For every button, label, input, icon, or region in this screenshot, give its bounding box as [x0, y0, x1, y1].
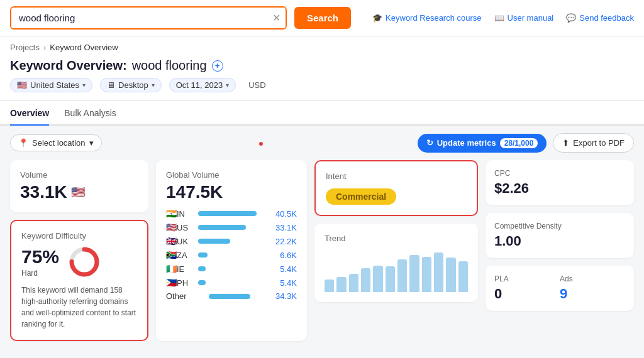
gv-label: Global Volume	[166, 170, 297, 180]
book-icon: 📖	[494, 13, 504, 23]
volume-value: 33.1K 🇺🇸	[20, 182, 138, 202]
pla-ads-grid: PLA 0 Ads 9	[494, 274, 625, 302]
add-keyword-icon[interactable]: +	[212, 60, 223, 72]
trend-label: Trend	[325, 234, 468, 243]
refresh-icon: ↻	[426, 138, 433, 148]
cpc-label: CPC	[494, 169, 625, 178]
val-ph: 5.4K	[274, 278, 297, 288]
currency-label: USD	[243, 79, 270, 92]
chevron-down-icon: ▾	[89, 138, 94, 148]
trend-bar-6	[386, 266, 395, 292]
breadcrumb-current: Keyword Overview	[50, 43, 118, 52]
gv-row-other: Other 34.3K	[166, 291, 297, 301]
chevron-down-icon: ▾	[152, 82, 155, 89]
user-manual-link[interactable]: 📖 User manual	[494, 13, 554, 23]
gv-row-uk: 🇬🇧 UK 22.2K	[166, 236, 297, 246]
kd-label: Keyword Difficulty	[21, 231, 137, 241]
cards-grid: Volume 33.1K 🇺🇸 Keyword Difficulty 75% H…	[0, 160, 644, 351]
breadcrumb: Projects › Keyword Overview	[0, 36, 644, 55]
notification-dot	[259, 142, 263, 146]
export-pdf-button[interactable]: ⬆ Export to PDF	[553, 133, 634, 153]
gv-row-ie: 🇮🇪 IE 5.4K	[166, 264, 297, 274]
ads-label: Ads	[560, 274, 625, 283]
bar-us	[198, 225, 269, 230]
update-count-badge: 28/1,000	[500, 138, 538, 148]
bar-other	[209, 294, 269, 299]
device-selector[interactable]: 🖥 Desktop ▾	[100, 78, 162, 92]
kd-value: 75%	[21, 246, 59, 268]
search-input[interactable]	[11, 8, 286, 28]
location-select[interactable]: 📍 Select location ▾	[10, 134, 102, 151]
gv-row-us: 🇺🇸 US 33.1K	[166, 222, 297, 232]
trend-bar-7	[397, 259, 407, 293]
chevron-down-icon: ▾	[226, 82, 229, 89]
send-feedback-link[interactable]: 💬 Send feedback	[566, 13, 634, 23]
title-keyword: wood flooring	[132, 58, 207, 73]
intent-label: Intent	[326, 171, 467, 181]
gv-row-in: 🇮🇳 IN 40.5K	[166, 209, 297, 219]
tab-overview[interactable]: Overview	[10, 100, 49, 126]
clear-button[interactable]: ✕	[272, 12, 280, 24]
header-links: 🎓 Keyword Research course 📖 User manual …	[372, 13, 634, 23]
cpc-card: CPC $2.26	[486, 160, 634, 205]
kd-row: 75% Hard	[21, 246, 137, 278]
bar-in	[198, 211, 269, 216]
meta-row: 🇺🇸 United States ▾ 🖥 Desktop ▾ Oct 11, 2…	[10, 78, 634, 92]
code-za: ZA	[177, 251, 193, 260]
country-selector[interactable]: 🇺🇸 United States ▾	[10, 78, 92, 92]
pla-section: PLA 0	[494, 274, 560, 302]
code-in: IN	[177, 209, 193, 219]
toolbar-right: ↻ Update metrics 28/1,000 ⬆ Export to PD…	[418, 133, 634, 153]
val-ie: 5.4K	[274, 264, 297, 274]
global-volume-card: Global Volume 147.5K 🇮🇳 IN 40.5K 🇺🇸 US 3…	[156, 160, 307, 341]
trend-bar-9	[422, 257, 431, 292]
location-icon: 📍	[18, 138, 28, 148]
breadcrumb-separator: ›	[43, 43, 46, 52]
update-metrics-button[interactable]: ↻ Update metrics 28/1,000	[418, 134, 547, 153]
page-header: Keyword Overview: wood flooring + 🇺🇸 Uni…	[0, 55, 644, 100]
competitive-density-card: Competitive Density 1.00	[486, 213, 634, 258]
gv-rows: 🇮🇳 IN 40.5K 🇺🇸 US 33.1K 🇬🇧 UK 22.2K 🇿🇦	[166, 209, 297, 301]
trend-bar-2	[336, 277, 346, 293]
date-selector[interactable]: Oct 11, 2023 ▾	[169, 78, 236, 92]
breadcrumb-projects[interactable]: Projects	[10, 43, 40, 52]
flag-uk: 🇬🇧	[166, 236, 177, 246]
intent-badge: Commercial	[326, 188, 396, 205]
val-us: 33.1K	[274, 223, 297, 232]
search-button[interactable]: Search	[294, 7, 351, 29]
pla-label: PLA	[494, 274, 560, 283]
cd-value: 1.00	[494, 233, 625, 249]
trend-bar-4	[361, 268, 370, 293]
keyword-difficulty-card: Keyword Difficulty 75% Hard This keyword…	[10, 220, 148, 341]
title-prefix: Keyword Overview:	[10, 58, 127, 73]
trend-bar-3	[349, 274, 358, 292]
col1: Volume 33.1K 🇺🇸 Keyword Difficulty 75% H…	[10, 160, 148, 341]
flag-ph: 🇵🇭	[166, 278, 177, 288]
bar-ie	[198, 266, 269, 271]
kd-description: This keyword will demand 158 high-author…	[21, 285, 137, 330]
flag-ie: 🇮🇪	[166, 264, 177, 274]
search-bar: ✕	[10, 6, 287, 30]
page-title: Keyword Overview: wood flooring +	[10, 58, 634, 73]
code-ie: IE	[177, 264, 193, 274]
flag-za: 🇿🇦	[166, 250, 177, 260]
trend-bar-12	[458, 261, 468, 292]
bar-za	[198, 252, 269, 258]
bar-uk	[198, 239, 269, 244]
export-icon: ⬆	[562, 138, 569, 148]
keyword-course-link[interactable]: 🎓 Keyword Research course	[372, 13, 481, 23]
intent-card: Intent Commercial	[314, 160, 478, 216]
gv-row-ph: 🇵🇭 PH 5.4K	[166, 278, 297, 288]
code-ph: PH	[177, 278, 193, 288]
trend-bar-1	[325, 279, 334, 292]
flag-in: 🇮🇳	[166, 209, 177, 219]
ads-value: 9	[560, 286, 625, 302]
chevron-down-icon: ▾	[82, 82, 86, 89]
pla-ads-card: PLA 0 Ads 9	[486, 266, 634, 311]
ads-section: Ads 9	[560, 274, 625, 302]
trend-bars	[325, 248, 468, 292]
tab-bulk-analysis[interactable]: Bulk Analysis	[64, 100, 116, 126]
volume-label: Volume	[20, 170, 138, 180]
cd-label: Competitive Density	[494, 222, 625, 231]
right-col: CPC $2.26 Competitive Density 1.00 PLA 0…	[486, 160, 634, 341]
